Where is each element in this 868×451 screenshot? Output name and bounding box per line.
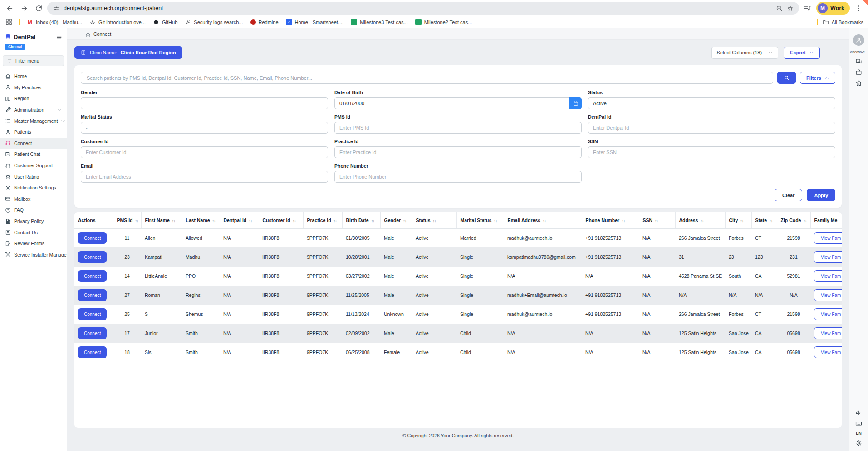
- filters-toggle-button[interactable]: Filters: [800, 72, 835, 84]
- language-indicator[interactable]: EN: [856, 431, 862, 436]
- phone-number-input[interactable]: [334, 171, 582, 183]
- col-status[interactable]: Status↑↓: [412, 212, 456, 228]
- export-button[interactable]: Export: [784, 47, 820, 59]
- strip-settings-gear-icon[interactable]: [855, 440, 862, 446]
- dentpal-id-input[interactable]: [588, 122, 835, 134]
- email-input[interactable]: [81, 171, 328, 183]
- sort-arrows-icon[interactable]: ↑↓: [622, 218, 625, 223]
- forward-button[interactable]: [18, 2, 30, 14]
- bookmark-security-logs-search[interactable]: Security logs search...: [185, 19, 243, 25]
- sort-arrows-icon[interactable]: ↑↓: [803, 218, 806, 223]
- profile-button[interactable]: M Work: [816, 2, 850, 15]
- connect-button[interactable]: Connect: [78, 308, 107, 320]
- sort-arrows-icon[interactable]: ↑↓: [135, 218, 138, 223]
- zoom-out-icon[interactable]: [776, 5, 783, 12]
- sidebar-item-administration[interactable]: Administration: [0, 104, 67, 116]
- connect-button[interactable]: Connect: [78, 232, 107, 244]
- bookmark-star-icon[interactable]: [787, 5, 794, 12]
- sidebar-item-customer-support[interactable]: Customer Support: [0, 160, 67, 171]
- view-family-button[interactable]: View Fam: [814, 289, 842, 301]
- extension-avatar[interactable]: [853, 34, 864, 46]
- sidebar-item-service-installer-manage[interactable]: Service Installer Manage...: [0, 249, 67, 261]
- strip-speaker-icon[interactable]: [855, 409, 862, 416]
- connect-button[interactable]: Connect: [78, 270, 107, 282]
- bookmark-github[interactable]: GitHub: [153, 19, 177, 25]
- sidebar-item-privacy-policy[interactable]: Privacy Policy: [0, 216, 67, 227]
- col-marital-status[interactable]: Marital Status↑↓: [456, 212, 504, 228]
- address-bar[interactable]: dentpalstg.aumtech.org/connect-patient: [47, 2, 799, 15]
- ssn-input[interactable]: [588, 146, 835, 158]
- sidebar-item-contact-us[interactable]: Contact Us: [0, 227, 67, 238]
- sort-arrows-icon[interactable]: ↑↓: [172, 218, 175, 223]
- view-family-button[interactable]: View Fam: [814, 308, 842, 320]
- sort-arrows-icon[interactable]: ↑↓: [212, 218, 216, 223]
- sort-arrows-icon[interactable]: ↑↓: [433, 218, 436, 223]
- col-customer-id[interactable]: Customer Id↑↓: [259, 212, 303, 228]
- col-birth-date[interactable]: Birth Date↑↓: [342, 212, 380, 228]
- view-family-button[interactable]: View Fam: [814, 251, 842, 263]
- sidebar-item-review-forms[interactable]: Review Forms: [0, 238, 67, 249]
- sidebar-toggle-icon[interactable]: [56, 34, 62, 40]
- bookmark-redmine[interactable]: Redmine: [250, 19, 279, 25]
- site-info-icon[interactable]: [53, 5, 59, 12]
- strip-chat-icon[interactable]: [855, 58, 862, 65]
- col-first-name[interactable]: First Name↑↓: [141, 212, 182, 228]
- reading-list-icon[interactable]: [802, 2, 814, 14]
- sidebar-item-patients[interactable]: Patients: [0, 126, 67, 138]
- sort-arrows-icon[interactable]: ↑↓: [333, 218, 337, 223]
- view-family-button[interactable]: View Fam: [814, 346, 842, 358]
- connect-button[interactable]: Connect: [78, 251, 107, 263]
- sort-arrows-icon[interactable]: ↑↓: [740, 218, 743, 223]
- bookmark-inbox-40-madhu[interactable]: MInbox (40) - Madhu...: [27, 19, 82, 25]
- search-button[interactable]: [777, 72, 796, 84]
- bookmark-milestone3-test-cas[interactable]: Milestone3 Test cas...: [351, 19, 408, 25]
- sidebar-item-master-management[interactable]: Master Management: [0, 115, 67, 126]
- strip-home-icon[interactable]: [855, 80, 862, 87]
- col-phone-number[interactable]: Phone Number↑↓: [582, 212, 639, 228]
- sort-arrows-icon[interactable]: ↑↓: [701, 218, 704, 223]
- view-family-button[interactable]: View Fam: [814, 232, 842, 244]
- gender-input[interactable]: [81, 97, 328, 109]
- col-pms-id[interactable]: PMS Id↑↓: [113, 212, 141, 228]
- view-family-button[interactable]: View Fam: [814, 327, 842, 339]
- sort-arrows-icon[interactable]: ↑↓: [769, 218, 772, 223]
- customer-id-input[interactable]: [81, 146, 328, 158]
- sort-arrows-icon[interactable]: ↑↓: [371, 218, 374, 223]
- sidebar-item-my-practices[interactable]: My Practices: [0, 82, 67, 93]
- col-zip-code[interactable]: Zip Code↑↓: [777, 212, 810, 228]
- col-last-name[interactable]: Last Name↑↓: [182, 212, 220, 228]
- sort-arrows-icon[interactable]: ↑↓: [403, 218, 406, 223]
- practice-id-input[interactable]: [334, 146, 582, 158]
- sidebar-item-faq[interactable]: FAQ: [0, 204, 67, 216]
- sidebar-item-patient-chat[interactable]: Patient Chat: [0, 149, 67, 160]
- col-address[interactable]: Address↑↓: [675, 212, 725, 228]
- status-input[interactable]: [588, 97, 835, 109]
- sort-arrows-icon[interactable]: ↑↓: [655, 218, 658, 223]
- col-ssn[interactable]: SSN↑↓: [639, 212, 675, 228]
- sidebar-item-connect[interactable]: Connect: [0, 138, 67, 149]
- reload-button[interactable]: [33, 2, 44, 14]
- date-of-birth-input[interactable]: [334, 97, 582, 109]
- col-email-address[interactable]: Email Address↑↓: [504, 212, 582, 228]
- sidebar-item-home[interactable]: Home: [0, 71, 67, 82]
- bookmark-milestone2-test-cas[interactable]: Milestone2 Test cas...: [415, 19, 472, 25]
- view-family-button[interactable]: View Fam: [814, 270, 842, 282]
- sort-arrows-icon[interactable]: ↑↓: [543, 218, 546, 223]
- col-practice-id[interactable]: Practice Id↑↓: [303, 212, 342, 228]
- strip-briefcase-icon[interactable]: [855, 69, 862, 76]
- sort-arrows-icon[interactable]: ↑↓: [494, 218, 497, 223]
- patient-search-input[interactable]: [81, 72, 773, 84]
- sidebar-item-notification-settings[interactable]: Notification Settings: [0, 182, 67, 194]
- pms-id-input[interactable]: [334, 122, 582, 134]
- sort-arrows-icon[interactable]: ↑↓: [249, 218, 252, 223]
- connect-button[interactable]: Connect: [78, 346, 107, 358]
- marital-status-input[interactable]: [81, 122, 328, 134]
- filter-menu-button[interactable]: Filter menu: [3, 55, 64, 66]
- sidebar-item-region[interactable]: Region: [0, 93, 67, 104]
- apply-button[interactable]: Apply: [807, 189, 835, 201]
- clear-button[interactable]: Clear: [775, 189, 803, 201]
- back-button[interactable]: [4, 2, 15, 14]
- bookmark-home-smartsheet[interactable]: Home - Smartsheet....: [286, 19, 344, 25]
- date-picker-button[interactable]: [569, 97, 582, 109]
- strip-keyboard-icon[interactable]: [855, 420, 862, 427]
